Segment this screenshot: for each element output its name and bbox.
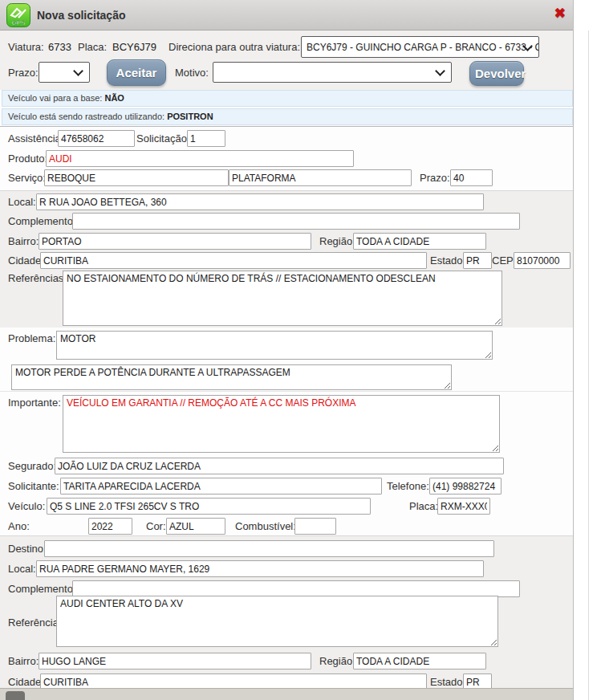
servico-tipo-field[interactable] [229,169,412,186]
destino-local-field[interactable] [36,560,484,577]
solicitante-field[interactable] [60,478,382,494]
solicitacao-label: Solicitação: [136,132,189,144]
destino-complemento-label: Complemento: [8,583,76,595]
status-base-label: Veículo vai para a base: [8,93,102,103]
aceitar-button[interactable]: Aceitar [107,59,166,86]
close-icon[interactable]: ✖ [554,6,566,20]
prazo-toolbar-label: Prazo: [8,67,39,79]
estado-label: Estado: [430,254,465,267]
problema-descricao-field[interactable]: MOTOR PERDE A POTÊNCIA DURANTE A ULTRAPA… [11,364,452,390]
status-rastreio-label: Veículo está sendo rastreado utilizando: [8,112,164,121]
status-rastreio-value: POSITRON [167,112,213,121]
titlebar: GPS Nova solicitação ✖ [0,0,574,31]
assistencia-field[interactable] [58,130,135,147]
status-base-value: NÃO [104,93,124,103]
direciona-viatura-selected: BCY6J79 - GUINCHO CARGA P - BRANCO - 673… [307,42,539,53]
telefone-label: Telefone: [387,480,429,492]
destino-estado-label: Estado: [430,676,465,688]
background-page-edge [588,31,589,700]
status-base-bar: Veículo vai para a base: NÃO [2,90,573,107]
telefone-field[interactable] [429,478,502,494]
problema-label: Problema: [8,332,55,344]
destino-field[interactable] [44,540,494,557]
destino-cidade-label: Cidade: [8,676,44,688]
devolver-button[interactable]: Devolver [469,61,524,86]
ano-field[interactable] [88,518,132,535]
motivo-label: Motivo: [175,67,209,79]
footer-bar [0,688,574,700]
prazo-select[interactable] [39,62,90,83]
ano-label: Ano: [8,520,30,532]
placa-value: BCY6J79 [112,41,156,53]
destino-local-label: Local: [8,563,36,575]
veiculo-placa-label: Placa: [409,500,438,512]
motivo-select[interactable] [213,62,452,83]
regiao-field[interactable] [353,233,486,250]
local-field[interactable] [36,193,484,210]
section-cliente: Segurado: Solicitante: Telefone: Veículo… [0,454,574,535]
segurado-field[interactable] [55,458,504,474]
cep-field[interactable] [514,252,571,269]
regiao-label: Região: [319,235,355,247]
cep-label: CEP: [492,254,516,267]
destino-complemento-field[interactable] [72,580,520,597]
assistencia-label: Assistência: [8,132,63,144]
estado-field[interactable] [463,252,492,269]
bairro-label: Bairro: [8,235,39,247]
produto-label: Produto: [8,153,47,165]
combustivel-label: Combustível: [235,520,296,532]
cor-field[interactable] [166,518,225,535]
section-solicitacao: Assistência: Solicitação: Produto: Servi… [0,126,574,190]
combustivel-field[interactable] [294,518,336,535]
complemento-label: Complemento: [8,215,76,227]
servico-label: Serviço: [8,172,46,184]
destino-regiao-field[interactable] [353,653,486,669]
status-rastreio-bar: Veículo está sendo rastreado utilizando:… [2,108,573,125]
placa-label: Placa: [78,41,107,53]
produto-field[interactable] [46,150,354,167]
destino-referencia-field[interactable]: AUDI CENTER ALTO DA XV [56,596,498,647]
destino-label: Destino: [8,543,47,555]
prazo-field[interactable] [450,169,493,186]
dialog-title: Nova solicitação [37,9,126,22]
direciona-label: Direciona para outra viatura: [169,41,300,53]
importante-label: Importante: [8,397,61,409]
veiculo-field[interactable] [47,498,371,515]
section-origem: Local: Complemento: Bairro: Região: Cida… [0,190,574,328]
toolbar: Viatura: 6733 Placa: BCY6J79 Direciona p… [0,31,574,90]
section-importante: Importante: VEÍCULO EM GARANTIA // REMOÇ… [0,391,574,454]
nova-solicitacao-dialog: GPS Nova solicitação ✖ Viatura: 6733 Pla… [0,0,574,700]
cidade-label: Cidade: [8,254,44,267]
veiculo-label: Veículo: [8,500,45,512]
bairro-field[interactable] [39,233,311,250]
local-label: Local: [8,196,36,208]
viatura-label: Viatura: [8,41,44,53]
chevron-down-icon [73,66,83,76]
gps-app-icon: GPS [6,3,30,27]
screen: GPS Nova solicitação ✖ Viatura: 6733 Pla… [0,0,601,700]
referencias-field[interactable]: NO ESTAIONAMENTO DO NÚMERO DE TRÁS // ES… [63,271,502,326]
destino-bairro-label: Bairro: [8,655,39,667]
destino-referencia-label: Referência: [8,617,61,629]
section-problema: Problema: MOTOR MOTOR PERDE A POTÊNCIA D… [0,328,574,391]
svg-text:GPS: GPS [12,19,26,26]
problema-field[interactable]: MOTOR [56,331,493,360]
complemento-field[interactable] [72,213,520,230]
solicitante-label: Solicitante: [8,480,59,492]
gps-footer-icon [6,691,25,700]
cor-label: Cor: [146,520,166,532]
importante-field[interactable]: VEÍCULO EM GARANTIA // REMOÇÃO ATÉ A CC … [63,395,500,453]
servico-field[interactable] [44,169,229,186]
destino-bairro-field[interactable] [39,653,311,669]
direciona-viatura-select[interactable]: BCY6J79 - GUINCHO CARGA P - BRANCO - 673… [301,36,539,58]
section-destino: Destino: Local: Complemento: Referência:… [0,535,574,688]
veiculo-placa-field[interactable] [437,498,490,515]
solicitacao-field[interactable] [187,130,225,147]
chevron-down-icon [435,66,445,76]
viatura-value: 6733 [48,41,71,53]
segurado-label: Segurado: [8,460,56,472]
referencias-label: Referências: [8,272,67,284]
destino-regiao-label: Região: [319,655,355,667]
cidade-field[interactable] [40,252,427,269]
prazo-label: Prazo: [420,172,450,184]
